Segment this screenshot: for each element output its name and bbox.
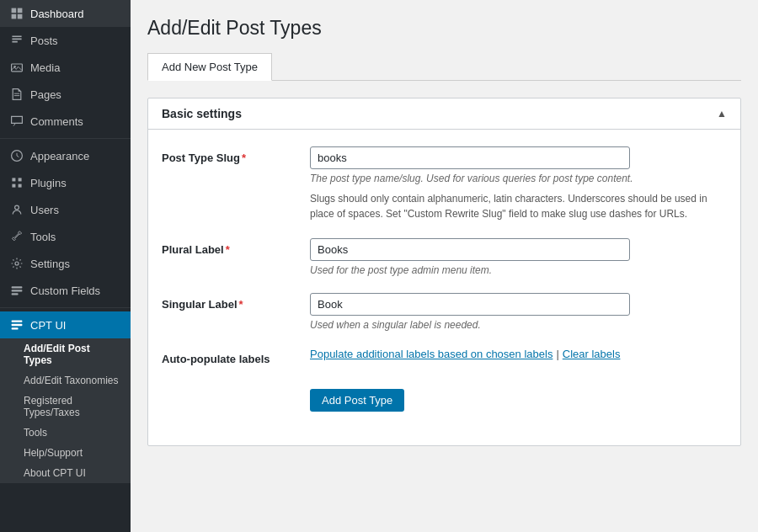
- svg-rect-14: [12, 286, 23, 288]
- plural-label-desc: Used for the post type admin menu item.: [310, 264, 714, 276]
- singular-label-label: Singular Label*: [162, 293, 296, 311]
- tools-icon: [10, 230, 24, 243]
- clear-labels-link[interactable]: Clear labels: [563, 348, 621, 360]
- submenu-about-cpt-ui[interactable]: About CPT UI: [0, 463, 131, 483]
- post-type-slug-label: Post Type Slug*: [162, 146, 296, 164]
- svg-rect-2: [12, 14, 17, 19]
- appearance-icon: [10, 149, 24, 162]
- svg-point-13: [15, 262, 19, 265]
- pipe-separator: |: [556, 348, 558, 360]
- page-title: Add/Edit Post Types: [147, 17, 741, 40]
- dashboard-icon: [10, 7, 24, 20]
- auto-populate-field: Populate additional labels based on chos…: [310, 348, 727, 360]
- sidebar-item-label: Media: [30, 61, 60, 74]
- svg-rect-0: [12, 8, 17, 13]
- posts-icon: [10, 34, 24, 47]
- settings-header: Basic settings ▲: [148, 98, 740, 130]
- sidebar-separator-2: [0, 307, 131, 308]
- svg-rect-8: [12, 178, 15, 181]
- sidebar-item-label: Users: [30, 204, 59, 216]
- tab-add-new-post-type[interactable]: Add New Post Type: [147, 53, 272, 81]
- sidebar-item-label: Plugins: [30, 177, 67, 189]
- settings-icon: [10, 257, 24, 270]
- svg-rect-19: [12, 327, 19, 329]
- singular-label-input[interactable]: [310, 293, 630, 316]
- auto-populate-links: Populate additional labels based on chos…: [310, 348, 727, 360]
- sidebar-item-label: Posts: [30, 35, 58, 47]
- sidebar-item-tools[interactable]: Tools: [0, 223, 131, 250]
- sidebar-item-label: Dashboard: [30, 8, 84, 20]
- sidebar-item-label: Comments: [30, 115, 83, 128]
- singular-label-field: Used when a singular label is needed.: [310, 293, 727, 331]
- sidebar-item-plugins[interactable]: Plugins: [0, 169, 131, 196]
- submenu-add-edit-taxonomies[interactable]: Add/Edit Taxonomies: [0, 370, 131, 391]
- section-title: Basic settings: [162, 107, 242, 120]
- sidebar-item-label: Settings: [30, 258, 70, 270]
- cpt-ui-section: CPT UI Add/Edit Post Types Add/Edit Taxo…: [0, 311, 131, 483]
- sidebar-item-custom-fields[interactable]: Custom Fields: [0, 277, 131, 304]
- cpt-ui-header[interactable]: CPT UI: [0, 311, 131, 338]
- main-content: Add/Edit Post Types Add New Post Type Ba…: [131, 0, 758, 532]
- plural-label-input[interactable]: [310, 238, 630, 261]
- settings-box: Basic settings ▲ Post Type Slug* The pos…: [147, 98, 741, 446]
- svg-rect-4: [12, 64, 23, 72]
- sidebar-item-dashboard[interactable]: Dashboard: [0, 0, 131, 27]
- sidebar-item-appearance[interactable]: Appearance: [0, 142, 131, 169]
- plural-label-row: Plural Label* Used for the post type adm…: [162, 238, 727, 276]
- sidebar-separator: [0, 138, 131, 139]
- sidebar-item-users[interactable]: Users: [0, 196, 131, 223]
- post-type-slug-field: The post type name/slug. Used for variou…: [310, 146, 727, 221]
- add-post-type-row: Add Post Type: [162, 382, 727, 412]
- svg-rect-16: [12, 293, 19, 295]
- svg-point-12: [15, 205, 19, 210]
- media-icon: [10, 61, 24, 74]
- required-star-2: *: [226, 243, 230, 256]
- post-type-slug-desc: The post type name/slug. Used for variou…: [310, 173, 714, 184]
- svg-rect-1: [18, 8, 23, 13]
- required-star: *: [242, 152, 246, 164]
- svg-rect-11: [19, 184, 22, 188]
- plugins-icon: [10, 176, 24, 189]
- submenu-tools[interactable]: Tools: [0, 423, 131, 443]
- add-post-type-button[interactable]: Add Post Type: [310, 389, 404, 412]
- post-type-slug-input[interactable]: [310, 146, 630, 169]
- sidebar-item-posts[interactable]: Posts: [0, 27, 131, 54]
- settings-body: Post Type Slug* The post type name/slug.…: [148, 130, 740, 445]
- svg-rect-3: [18, 14, 23, 19]
- submenu-help-support[interactable]: Help/Support: [0, 443, 131, 463]
- submenu-registered-types[interactable]: Registered Types/Taxes: [0, 391, 131, 423]
- cpt-ui-label: CPT UI: [30, 319, 66, 332]
- populate-labels-link[interactable]: Populate additional labels based on chos…: [310, 348, 552, 360]
- svg-rect-9: [19, 178, 22, 181]
- comments-icon: [10, 114, 24, 128]
- tab-bar: Add New Post Type: [147, 53, 741, 81]
- post-type-slug-note: Slugs should only contain alphanumeric, …: [310, 191, 714, 221]
- sidebar-item-comments[interactable]: Comments: [0, 108, 131, 135]
- svg-rect-17: [12, 320, 23, 322]
- pages-icon: [10, 88, 24, 101]
- singular-label-row: Singular Label* Used when a singular lab…: [162, 293, 727, 331]
- sidebar-item-label: Pages: [30, 88, 61, 101]
- sidebar-item-settings[interactable]: Settings: [0, 250, 131, 277]
- auto-populate-row: Auto-populate labels Populate additional…: [162, 348, 727, 365]
- plural-label-field: Used for the post type admin menu item.: [310, 238, 727, 276]
- plural-label-label: Plural Label*: [162, 238, 296, 256]
- sidebar-item-label: Custom Fields: [30, 285, 100, 297]
- required-star-3: *: [239, 298, 243, 311]
- sidebar-item-label: Tools: [30, 231, 56, 243]
- svg-rect-15: [12, 290, 23, 291]
- singular-label-desc: Used when a singular label is needed.: [310, 319, 714, 331]
- auto-populate-label: Auto-populate labels: [162, 348, 296, 365]
- svg-rect-10: [12, 184, 15, 188]
- users-icon: [10, 203, 24, 216]
- custom-fields-icon: [10, 284, 24, 297]
- sidebar-item-media[interactable]: Media: [0, 54, 131, 81]
- cpt-ui-icon: [10, 318, 24, 332]
- svg-rect-18: [12, 324, 23, 326]
- sidebar-item-pages[interactable]: Pages: [0, 81, 131, 108]
- collapse-icon[interactable]: ▲: [717, 108, 727, 120]
- post-type-slug-row: Post Type Slug* The post type name/slug.…: [162, 146, 727, 221]
- submenu-add-edit-post-types[interactable]: Add/Edit Post Types: [0, 338, 131, 370]
- sidebar-item-label: Appearance: [30, 150, 89, 162]
